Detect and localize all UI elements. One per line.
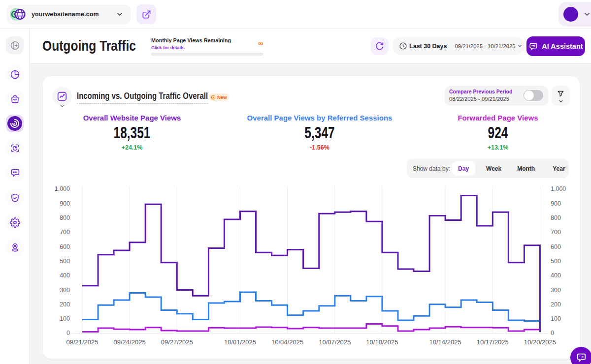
- svg-text:300: 300: [551, 287, 561, 294]
- svg-text:10/14/2025: 10/14/2025: [429, 338, 461, 346]
- svg-text:800: 800: [551, 214, 561, 221]
- svg-text:400: 400: [60, 272, 70, 279]
- svg-text:600: 600: [60, 243, 70, 250]
- svg-text:10/10/2025: 10/10/2025: [366, 338, 398, 346]
- svg-text:0: 0: [66, 330, 70, 336]
- svg-text:500: 500: [551, 258, 561, 265]
- svg-text:10/01/2025: 10/01/2025: [224, 338, 256, 346]
- svg-text:100: 100: [551, 315, 561, 322]
- svg-text:10/17/2025: 10/17/2025: [477, 338, 509, 346]
- svg-text:700: 700: [60, 229, 70, 236]
- svg-text:10/20/2025: 10/20/2025: [524, 338, 556, 346]
- svg-text:200: 200: [551, 301, 561, 308]
- svg-text:600: 600: [551, 243, 561, 250]
- svg-text:09/24/2025: 09/24/2025: [114, 338, 146, 346]
- svg-text:10/07/2025: 10/07/2025: [319, 338, 351, 346]
- svg-text:300: 300: [60, 287, 70, 294]
- svg-text:700: 700: [551, 229, 561, 236]
- svg-text:500: 500: [60, 258, 70, 265]
- svg-text:09/21/2025: 09/21/2025: [66, 338, 98, 346]
- svg-text:10/04/2025: 10/04/2025: [271, 338, 303, 346]
- svg-text:100: 100: [60, 315, 70, 322]
- svg-text:1,000: 1,000: [551, 185, 566, 192]
- svg-text:0: 0: [551, 330, 554, 336]
- svg-text:200: 200: [60, 301, 70, 308]
- svg-text:900: 900: [60, 200, 70, 207]
- svg-text:09/27/2025: 09/27/2025: [161, 338, 193, 346]
- svg-text:900: 900: [551, 200, 561, 207]
- svg-text:400: 400: [551, 272, 561, 279]
- svg-text:800: 800: [60, 214, 70, 221]
- svg-text:1,000: 1,000: [55, 185, 70, 192]
